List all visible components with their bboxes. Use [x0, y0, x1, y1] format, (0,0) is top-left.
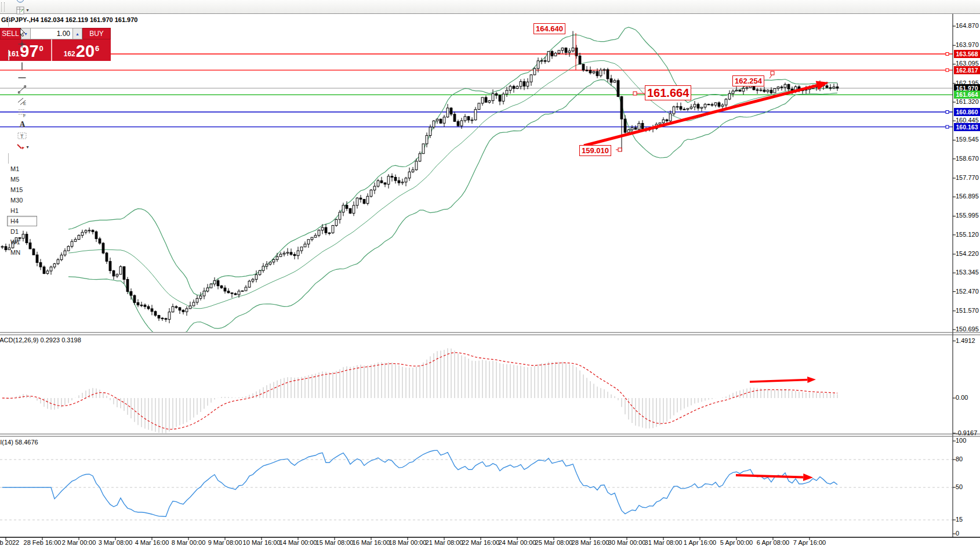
timeframe-mn[interactable]: MN [7, 247, 37, 258]
text-icon[interactable]: A [6, 118, 38, 130]
dropdown-caret-icon[interactable]: ▾ [26, 8, 28, 13]
svg-text:E: E [23, 101, 26, 106]
mt4-terminal: 新订单自动交易▾▾▾EFAT▾M1M5M15M30H1H4D1W1MN 1 GB… [0, 0, 980, 546]
chart-area[interactable] [0, 13, 953, 537]
timeframe-m1[interactable]: M1 [7, 164, 37, 174]
buy-price-display[interactable]: 162 20 6 [52, 39, 111, 61]
dropdown-caret-icon[interactable]: ▾ [26, 0, 28, 1]
trendline-icon[interactable] [6, 84, 38, 95]
buy-button[interactable]: BUY [82, 28, 111, 39]
timeframe-w1[interactable]: W1 [7, 237, 37, 247]
toolbar-separator [8, 153, 9, 164]
horizontal-line-icon[interactable] [6, 72, 38, 84]
price-axis[interactable] [953, 13, 980, 537]
toolbar-separator [8, 50, 9, 60]
periods-icon[interactable]: ▾ [6, 0, 38, 5]
fibonacci-icon[interactable]: F [6, 107, 38, 118]
timeframe-d1[interactable]: D1 [7, 226, 37, 237]
cursor-icon[interactable] [6, 27, 38, 38]
timeframe-m15[interactable]: M15 [7, 185, 37, 195]
timeframe-m5[interactable]: M5 [7, 174, 37, 185]
timeframe-h1[interactable]: H1 [7, 205, 37, 216]
buy-price-sup: 6 [95, 44, 99, 53]
buy-price-small: 162 [64, 50, 75, 58]
dropdown-caret-icon[interactable]: ▾ [26, 144, 28, 150]
toolbar-drag-handle[interactable] [1, 2, 5, 12]
macd-indicator-label: MACD(12,26,9) 0.2923 0.3198 [0, 337, 81, 343]
main-toolbar: 新订单自动交易▾▾▾EFAT▾M1M5M15M30H1H4D1W1MN [0, 0, 980, 14]
arrows-icon[interactable]: ▾ [6, 142, 38, 153]
templates-icon[interactable]: ▾ [6, 5, 38, 16]
text-label-icon[interactable]: T [6, 130, 38, 142]
equidistant-channel-icon[interactable]: E [6, 95, 38, 107]
svg-text:T: T [20, 133, 24, 139]
volume-increase-button[interactable]: ▲ [72, 28, 82, 39]
svg-text:F: F [23, 113, 26, 118]
rsi-indicator-label: RSI(14) 58.4676 [0, 439, 38, 446]
timeframe-m30[interactable]: M30 [7, 195, 37, 205]
svg-text:A: A [20, 120, 26, 129]
vertical-line-icon[interactable] [6, 60, 38, 72]
sell-price-sup: 0 [39, 44, 43, 53]
buy-price-big: 20 [76, 43, 95, 60]
timeframe-h4[interactable]: H4 [7, 216, 37, 226]
toolbar-separator [8, 16, 9, 27]
crosshair-icon[interactable] [6, 38, 38, 50]
time-axis[interactable] [0, 538, 953, 546]
